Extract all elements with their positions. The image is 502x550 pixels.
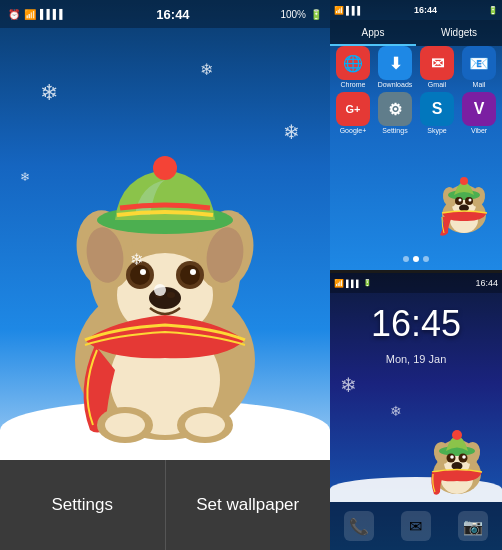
lock-status-icons: 📶 ▌▌▌ 🔋 (334, 279, 372, 288)
dock-message[interactable]: ✉ (401, 511, 431, 541)
dot-1 (403, 256, 409, 262)
app-row-2: G+ Google+ ⚙ Settings S Skype V Viber (334, 92, 498, 134)
dock-phone[interactable]: 📞 (344, 511, 374, 541)
google-plus-icon: G+ (336, 92, 370, 126)
app-mail[interactable]: 📧 Mail (460, 46, 498, 88)
lock-screen-date: Mon, 19 Jan (330, 353, 502, 365)
home-wifi: 📶 (334, 6, 344, 15)
dot-3 (423, 256, 429, 262)
tab-apps[interactable]: Apps (330, 20, 416, 46)
right-panel: 📶 ▌▌▌ 16:44 🔋 Apps Widgets 🌐 Chrome (330, 0, 502, 550)
lock-screen-dock: 📞 ✉ 📷 (330, 502, 502, 550)
set-wallpaper-button[interactable]: Set wallpaper (166, 460, 331, 550)
viber-icon: V (462, 92, 496, 126)
app-downloads[interactable]: ⬇ Downloads (376, 46, 414, 88)
svg-point-36 (469, 199, 472, 202)
home-battery-icon: 🔋 (488, 6, 498, 15)
lock-bat-icon: 🔋 (363, 279, 372, 287)
svg-point-22 (185, 413, 225, 437)
svg-point-49 (462, 455, 466, 459)
status-bar-lock: 📶 ▌▌▌ 🔋 16:44 (330, 273, 502, 293)
lock-wifi: 📶 (334, 279, 344, 288)
app-icons-grid: 🌐 Chrome ⬇ Downloads ✉ Gmail 📧 Mail (334, 46, 498, 138)
svg-point-20 (105, 413, 145, 437)
svg-text:❄: ❄ (130, 251, 143, 268)
app-google-plus[interactable]: G+ Google+ (334, 92, 372, 134)
dot-2 (413, 256, 419, 262)
svg-point-18 (167, 292, 175, 298)
apps-widgets-tabs[interactable]: Apps Widgets (330, 20, 502, 46)
page-dots (403, 256, 429, 262)
lock-screen-time: 16:45 (330, 303, 502, 345)
svg-point-48 (450, 455, 454, 459)
svg-point-35 (459, 199, 462, 202)
downloads-icon: ⬇ (378, 46, 412, 80)
settings-button[interactable]: Settings (0, 460, 166, 550)
home-battery: 🔋 (488, 6, 498, 15)
status-time-left: 16:44 (156, 7, 189, 22)
lock-snowflake-1: ❄ (340, 373, 357, 397)
lock-status-time: 16:44 (475, 278, 498, 288)
lock-signal: ▌▌▌ (346, 280, 361, 287)
dock-camera[interactable]: 📷 (458, 511, 488, 541)
svg-point-12 (140, 269, 146, 275)
signal-icon: ▌▌▌▌ (40, 9, 66, 19)
dog-illustration: ❄ (25, 80, 305, 460)
snowflake-2: ❄ (200, 60, 213, 79)
gmail-icon: ✉ (420, 46, 454, 80)
settings-icon: ⚙ (378, 92, 412, 126)
app-row-1: 🌐 Chrome ⬇ Downloads ✉ Gmail 📧 Mail (334, 46, 498, 88)
mail-icon: 📧 (462, 46, 496, 80)
app-chrome[interactable]: 🌐 Chrome (334, 46, 372, 88)
tab-widgets[interactable]: Widgets (416, 20, 502, 46)
battery-percent: 100% (280, 9, 306, 20)
app-skype[interactable]: S Skype (418, 92, 456, 134)
app-gmail[interactable]: ✉ Gmail (418, 46, 456, 88)
home-status-icons: 📶 ▌▌▌ (334, 6, 363, 15)
chrome-icon: 🌐 (336, 46, 370, 80)
wifi-icon: 📶 (24, 9, 36, 20)
svg-point-45 (452, 430, 462, 440)
home-signal: ▌▌▌ (346, 6, 363, 15)
status-icons-left: ⏰ 📶 ▌▌▌▌ (8, 9, 66, 20)
svg-point-23 (154, 284, 166, 296)
dog-lock-preview (422, 430, 492, 500)
lock-snowflake-2: ❄ (390, 403, 402, 419)
svg-point-11 (130, 265, 150, 285)
battery-area: 100% 🔋 (280, 9, 322, 20)
app-viber[interactable]: V Viber (460, 92, 498, 134)
svg-point-15 (190, 269, 196, 275)
dog-home-preview (432, 175, 497, 240)
bottom-buttons-bar: Settings Set wallpaper (0, 460, 330, 550)
app-settings[interactable]: ⚙ Settings (376, 92, 414, 134)
main-wallpaper-preview: ⏰ 📶 ▌▌▌▌ 16:44 100% 🔋 ❄ ❄ ❄ ❄ (0, 0, 330, 550)
svg-point-9 (153, 156, 177, 180)
svg-point-32 (460, 177, 468, 185)
status-bar-home: 📶 ▌▌▌ 16:44 🔋 (330, 0, 502, 20)
svg-point-14 (180, 265, 200, 285)
status-bar-left: ⏰ 📶 ▌▌▌▌ 16:44 100% 🔋 (0, 0, 330, 28)
home-screen-preview: 📶 ▌▌▌ 16:44 🔋 Apps Widgets 🌐 Chrome (330, 0, 502, 270)
home-status-time: 16:44 (414, 5, 437, 15)
alarm-icon: ⏰ (8, 9, 20, 20)
battery-icon: 🔋 (310, 9, 322, 20)
lock-screen-preview: 📶 ▌▌▌ 🔋 16:44 16:45 Mon, 19 Jan ❄ ❄ (330, 273, 502, 550)
skype-icon: S (420, 92, 454, 126)
